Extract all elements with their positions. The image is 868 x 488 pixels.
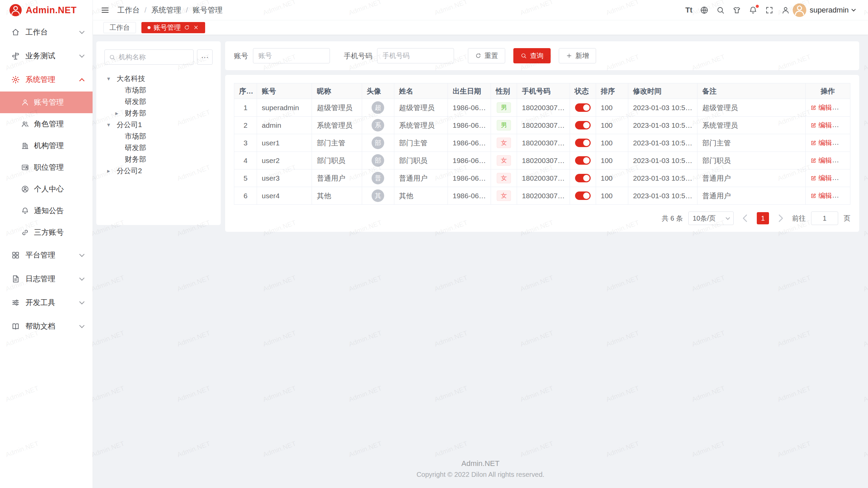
more-actions-button[interactable]: ··· [838,192,846,200]
more-actions-button[interactable]: ··· [838,157,846,164]
tree-expand-icon[interactable]: ▸ [115,110,125,117]
tab-工作台[interactable]: 工作台 [103,22,136,33]
status-toggle[interactable] [575,174,591,182]
tree-node-财务部[interactable]: 财务部 [104,154,213,165]
reset-button[interactable]: 重置 [468,48,505,63]
notification-bell-icon[interactable] [749,6,757,15]
sidebar-subitem-个人中心[interactable]: 个人中心 [0,178,93,200]
tree-expand-icon[interactable]: ▸ [107,167,117,175]
status-toggle[interactable] [575,191,591,200]
tree-expand-icon[interactable]: ▾ [107,75,117,82]
query-button[interactable]: 查询 [513,48,551,63]
tree-node-研发部[interactable]: 研发部 [104,96,213,107]
sidebar-item-业务测试[interactable]: 业务测试 [0,44,93,68]
edit-label: 编辑 [818,121,832,130]
sidebar-item-开发工具[interactable]: 开发工具 [0,291,93,314]
more-actions-button[interactable]: ··· [838,174,846,182]
more-actions-button[interactable]: ··· [838,121,846,129]
page-size-select[interactable]: 10条/页 [688,211,734,225]
page-number-1[interactable]: 1 [757,212,769,224]
grid-icon [11,251,20,260]
next-page-button[interactable] [774,212,787,224]
tree-node-分公司1[interactable]: ▾分公司1 [104,119,213,130]
table-row-admin: 2admin系统管理员系系统管理员1986-06-28男180200307201… [234,117,850,134]
sidebar-subitem-机构管理[interactable]: 机构管理 [0,135,93,157]
tab-label: 工作台 [110,23,130,32]
edit-button[interactable]: 编辑 [810,191,832,200]
sidebar-subitem-角色管理[interactable]: 角色管理 [0,113,93,135]
tree-node-财务部[interactable]: ▸财务部 [104,107,213,119]
globe-icon[interactable] [700,6,709,15]
refresh-icon[interactable] [184,24,190,30]
link-icon [21,228,29,237]
font-size-icon[interactable]: Tt [685,6,692,15]
goto-page-input[interactable] [811,211,838,225]
tree-node-市场部[interactable]: 市场部 [104,84,213,96]
phone-input[interactable] [377,48,454,63]
cell-avatar: 其 [362,187,394,205]
more-actions-button[interactable]: ··· [838,104,846,111]
tree-expand-icon[interactable]: ▾ [107,121,117,128]
tree-node-大名科技[interactable]: ▾大名科技 [104,73,213,84]
edit-button[interactable]: 编辑 [810,138,832,147]
edit-button[interactable]: 编辑 [810,103,832,112]
sidebar-subitem-账号管理[interactable]: 账号管理 [0,92,93,113]
sidebar-item-label: 系统管理 [25,75,80,85]
theme-icon[interactable] [732,6,741,15]
org-more-button[interactable]: ··· [197,49,213,65]
sidebar-item-系统管理[interactable]: 系统管理 [0,68,93,92]
edit-button[interactable]: 编辑 [810,121,832,130]
goto-suffix: 页 [844,214,850,223]
logo-text: Admin.NET [26,5,77,16]
sidebar-subitem-label: 职位管理 [34,162,93,172]
fullscreen-icon[interactable] [765,6,774,15]
cell-modified: 2023-01-03 10:59:44 [628,152,697,169]
status-toggle[interactable] [575,139,591,147]
sidebar-item-日志管理[interactable]: 日志管理 [0,267,93,291]
cell-index: 1 [234,99,257,117]
app-root: Admin.NET 工作台业务测试系统管理账号管理角色管理机构管理职位管理个人中… [0,0,868,488]
status-toggle[interactable] [575,103,591,112]
account-input[interactable] [253,48,330,63]
add-button[interactable]: 新增 [559,48,596,63]
sidebar-item-平台管理[interactable]: 平台管理 [0,243,93,267]
tab-账号管理[interactable]: 账号管理 [141,22,205,33]
tree-node-分公司2[interactable]: ▸分公司2 [104,165,213,177]
cell-modified: 2023-01-03 10:59:44 [628,169,697,187]
prev-page-button[interactable] [739,212,751,224]
cell-status [570,134,596,152]
cell-remark: 部门职员 [697,152,806,169]
user-icon[interactable] [781,6,790,15]
user-dropdown[interactable]: superadmin [793,3,855,17]
hamburger-menu-icon[interactable] [100,5,110,15]
phone-label: 手机号码 [344,51,372,61]
sidebar-item-label: 平台管理 [25,250,80,260]
search-icon[interactable] [716,6,725,15]
edit-button[interactable]: 编辑 [810,156,832,165]
org-search-input[interactable] [119,53,189,61]
breadcrumb-item-系统管理[interactable]: 系统管理 [151,5,181,15]
sidebar-subitem-三方账号[interactable]: 三方账号 [0,222,93,243]
cell-birthday: 1986-06-28 [448,134,491,152]
tree-node-市场部[interactable]: 市场部 [104,130,213,142]
sidebar-subitem-通知公告[interactable]: 通知公告 [0,200,93,222]
chevron-down-icon [79,53,85,58]
sidebar-subitem-label: 个人中心 [34,184,93,194]
breadcrumb-item-工作台[interactable]: 工作台 [117,5,140,15]
cell-index: 2 [234,117,257,134]
sidebar-item-帮助文档[interactable]: 帮助文档 [0,314,93,338]
status-toggle[interactable] [575,121,591,129]
table-row-superadmin: 1superadmin超级管理员超超级管理员1986-06-28男1802003… [234,99,850,117]
tree-node-研发部[interactable]: 研发部 [104,142,213,154]
close-icon[interactable] [193,24,199,30]
edit-button[interactable]: 编辑 [810,174,832,183]
cell-nickname: 其他 [312,187,362,205]
sidebar-subitem-职位管理[interactable]: 职位管理 [0,157,93,178]
cell-sort: 100 [596,99,628,117]
status-toggle[interactable] [575,156,591,165]
cell-remark: 部门主管 [697,134,806,152]
more-actions-button[interactable]: ··· [838,139,846,147]
app-logo[interactable]: Admin.NET [0,0,93,20]
cell-gender: 男 [491,117,517,134]
sidebar-item-工作台[interactable]: 工作台 [0,20,93,44]
